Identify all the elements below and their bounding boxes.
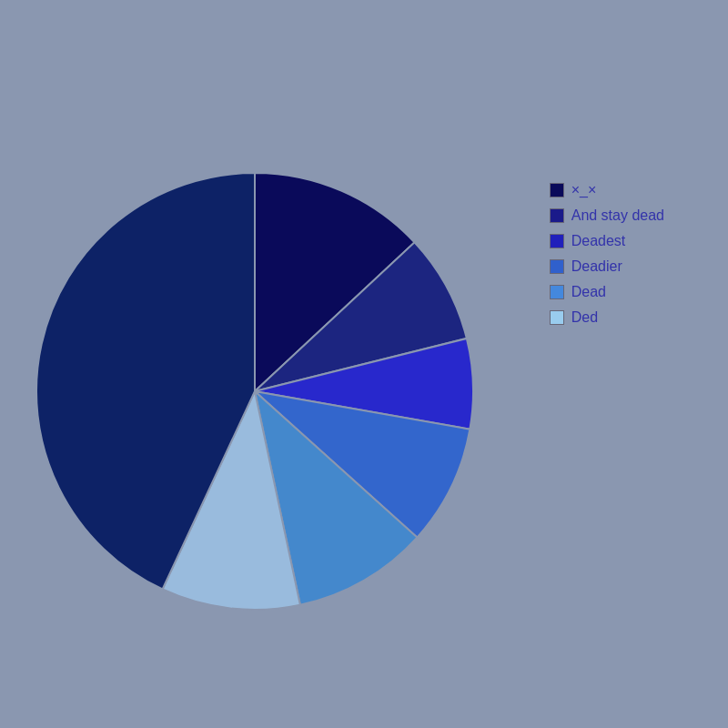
legend-color-box xyxy=(550,234,564,248)
legend-item: Ded xyxy=(550,309,664,326)
legend-color-box xyxy=(550,285,564,299)
legend-color-box xyxy=(550,208,564,223)
legend-label-text: Deadest xyxy=(571,233,626,249)
legend-item: ×_× xyxy=(550,182,664,198)
legend-label-text: Dead xyxy=(571,284,606,300)
legend-label-text: Ded xyxy=(571,309,598,326)
legend-label-text: And stay dead xyxy=(571,207,664,224)
legend-label-text: ×_× xyxy=(571,182,597,198)
legend-item: Dead xyxy=(550,284,664,300)
legend-color-box xyxy=(550,259,564,274)
pie-chart xyxy=(36,118,491,664)
legend-item: And stay dead xyxy=(550,207,664,224)
legend-color-box xyxy=(550,310,564,325)
legend-item: Deadest xyxy=(550,233,664,249)
legend-label-text: Deadier xyxy=(571,258,622,275)
legend: ×_×And stay deadDeadestDeadierDeadDed xyxy=(550,182,664,326)
chart-container: ×_×And stay deadDeadestDeadierDeadDed xyxy=(27,91,682,692)
chart-title xyxy=(0,0,728,20)
legend-color-box xyxy=(550,183,564,197)
legend-item: Deadier xyxy=(550,258,664,275)
